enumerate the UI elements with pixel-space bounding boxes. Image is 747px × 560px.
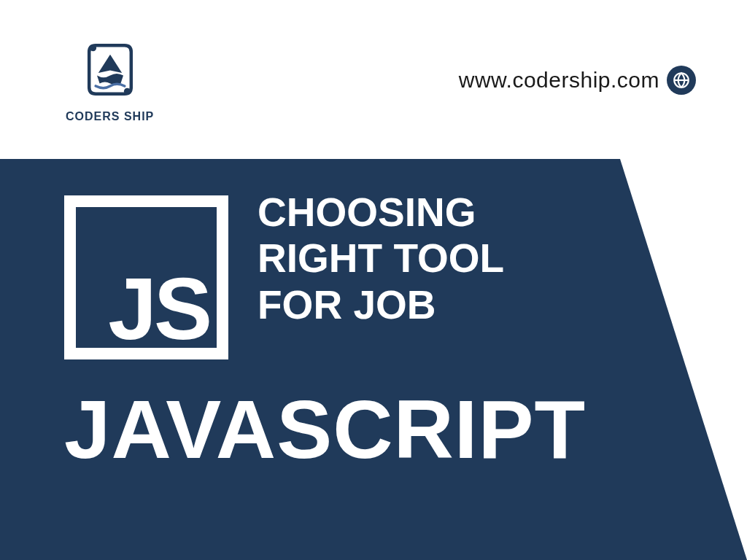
headline: CHOOSING RIGHT TOOL FOR JOB — [258, 190, 504, 328]
js-logo-text: JS — [108, 265, 209, 352]
hero-panel: JS CHOOSING RIGHT TOOL FOR JOB JAVASCRIP… — [0, 159, 747, 560]
brand-logo: CODERS SHIP — [66, 40, 154, 123]
ship-logo-icon — [77, 40, 143, 106]
svg-point-1 — [124, 88, 131, 95]
hero-content: JS CHOOSING RIGHT TOOL FOR JOB JAVASCRIP… — [0, 159, 747, 560]
hero-row: JS CHOOSING RIGHT TOOL FOR JOB — [64, 190, 747, 359]
website-url: www.codership.com — [459, 68, 659, 93]
headline-line-3: FOR JOB — [258, 282, 504, 328]
js-logo-icon: JS — [64, 195, 228, 359]
svg-point-0 — [90, 44, 96, 51]
globe-icon — [667, 66, 696, 95]
main-title: JAVASCRIPT — [64, 381, 747, 477]
brand-name: CODERS SHIP — [66, 110, 154, 123]
header: CODERS SHIP www.codership.com — [0, 0, 747, 160]
headline-line-1: CHOOSING — [258, 190, 504, 236]
url-row: www.codership.com — [459, 66, 696, 95]
headline-line-2: RIGHT TOOL — [258, 236, 504, 281]
